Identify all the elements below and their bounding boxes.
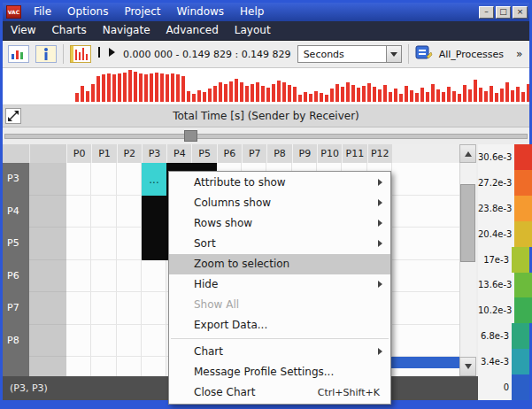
histogram-bar: [373, 87, 376, 102]
matrix-cells-extension: [392, 228, 459, 260]
menubar-item-view[interactable]: View: [3, 21, 43, 40]
histogram-bar: [309, 94, 312, 102]
column-header-p1[interactable]: P1: [91, 144, 116, 163]
column-header-p6[interactable]: P6: [217, 144, 242, 163]
column-header-p3[interactable]: P3: [142, 144, 166, 163]
timeline-icon[interactable]: [70, 45, 91, 63]
menubar-item-help[interactable]: Help: [232, 3, 272, 21]
legend-color-swatch: [514, 297, 532, 323]
menubar-item-options[interactable]: Options: [59, 3, 116, 21]
scroll-up-button[interactable]: [459, 144, 476, 163]
row-gap: [29, 196, 66, 228]
histogram-bar: [479, 88, 482, 102]
row-gap: [29, 228, 66, 260]
context-menu-item-zoom-to-selection[interactable]: Zoom to selection: [169, 254, 390, 274]
chart-icon[interactable]: [8, 45, 29, 63]
slider-track[interactable]: [4, 134, 528, 139]
histogram-bar: [102, 74, 105, 102]
app-icon: VAC: [6, 5, 21, 19]
histogram-bar: [452, 91, 456, 102]
column-header-p0[interactable]: P0: [66, 144, 91, 163]
toolbar-overflow-button[interactable]: »: [516, 48, 524, 60]
histogram-bar: [351, 85, 355, 102]
column-header-p10[interactable]: P10: [317, 144, 342, 163]
chevron-down-icon: [390, 52, 397, 57]
histogram-bar: [367, 83, 371, 102]
selected-cell[interactable]: ...: [142, 163, 166, 196]
legend-color-swatch: [514, 170, 532, 196]
row-header-p3[interactable]: P3: [3, 163, 29, 196]
histogram-bar: [378, 89, 382, 102]
histogram-bar: [298, 95, 302, 102]
column-header-p8[interactable]: P8: [266, 144, 291, 163]
context-menu-item-message-profile-settings[interactable]: Message Profile Settings...: [169, 362, 390, 382]
matrix-cells-extension: [392, 260, 459, 293]
histogram-bar: [181, 76, 185, 102]
menubar-item-project[interactable]: Project: [116, 3, 168, 21]
vertical-scrollbar-handle[interactable]: [460, 184, 475, 262]
goto-time-icon[interactable]: [97, 45, 117, 63]
histogram-bar: [171, 73, 174, 102]
menubar-item-charts[interactable]: Charts: [43, 21, 94, 40]
row-header-partial[interactable]: [3, 357, 29, 376]
row-header-p4[interactable]: P4: [3, 196, 29, 228]
close-button[interactable]: ×: [513, 6, 528, 19]
histogram-bar: [96, 76, 100, 102]
menubar-item-windows[interactable]: Windows: [168, 3, 232, 21]
column-header-p2[interactable]: P2: [117, 144, 142, 163]
column-header-p7[interactable]: P7: [242, 144, 266, 163]
column-header-p9[interactable]: P9: [292, 144, 317, 163]
slider-handle[interactable]: [184, 130, 197, 142]
context-menu-item-columns-show[interactable]: Columns show: [169, 193, 390, 213]
matrix-header-gap: [29, 144, 66, 163]
unit-select[interactable]: Seconds: [297, 45, 402, 63]
menubar-item-navigate[interactable]: Navigate: [95, 21, 158, 40]
scroll-down-button[interactable]: [459, 357, 476, 376]
process-filter-icon[interactable]: [415, 44, 433, 64]
histogram-bar: [134, 72, 137, 102]
matrix-cells-extension: [392, 325, 459, 358]
histogram-bar: [304, 92, 307, 102]
context-menu-item-attribute-to-show[interactable]: Attribute to show: [169, 173, 390, 193]
menubar-item-layout[interactable]: Layout: [227, 21, 279, 40]
row-header-p7[interactable]: P7: [3, 292, 29, 325]
context-menu-item-export-data[interactable]: Export Data...: [169, 315, 390, 336]
histogram-bar: [362, 86, 366, 102]
row-header-p6[interactable]: P6: [3, 260, 29, 293]
selection-mode-icon[interactable]: [5, 108, 21, 124]
timeline-histogram[interactable]: [3, 68, 529, 105]
context-menu-item-close-chart[interactable]: Close ChartCtrl+Shift+K: [169, 382, 390, 403]
info-icon[interactable]: [35, 45, 57, 63]
histogram-bar: [511, 90, 514, 102]
histogram-bar: [213, 86, 217, 102]
legend-value-label: 17e-3: [478, 255, 512, 265]
maximize-button[interactable]: □: [496, 6, 511, 19]
histogram-bar: [224, 84, 227, 102]
column-header-p5[interactable]: P5: [191, 144, 216, 163]
menubar-item-advanced[interactable]: Advanced: [158, 21, 227, 40]
matrix-cells-extension: [392, 196, 459, 228]
histogram-bar: [251, 84, 254, 102]
histogram-bar: [123, 73, 127, 102]
histogram-bar: [521, 92, 525, 102]
row-header-p8[interactable]: P8: [3, 325, 29, 358]
histogram-bar: [335, 84, 339, 102]
histogram-bar: [235, 79, 238, 102]
legend-color-swatch: [514, 273, 532, 298]
chart-title-bar: Total Time [s] (Sender by Receiver): [3, 105, 529, 127]
menubar-item-file[interactable]: File: [26, 3, 59, 21]
column-header-p11[interactable]: P11: [342, 144, 366, 163]
row-header-p5[interactable]: P5: [3, 228, 29, 260]
histogram-bar: [490, 86, 493, 102]
context-menu-item-sort[interactable]: Sort: [169, 234, 390, 254]
context-menu-item-chart[interactable]: Chart: [169, 342, 390, 362]
histogram-bar: [187, 91, 190, 102]
context-menu-item-hide[interactable]: Hide: [169, 274, 390, 295]
unit-select-dropdown-button[interactable]: [386, 46, 401, 62]
column-header-p4[interactable]: P4: [166, 144, 191, 163]
legend-entry: 20.4e-3: [478, 221, 529, 247]
submenu-arrow-icon: [378, 220, 382, 227]
column-header-p12[interactable]: P12: [367, 144, 392, 163]
context-menu-item-rows-show[interactable]: Rows show: [169, 213, 390, 234]
minimize-button[interactable]: –: [479, 6, 494, 19]
